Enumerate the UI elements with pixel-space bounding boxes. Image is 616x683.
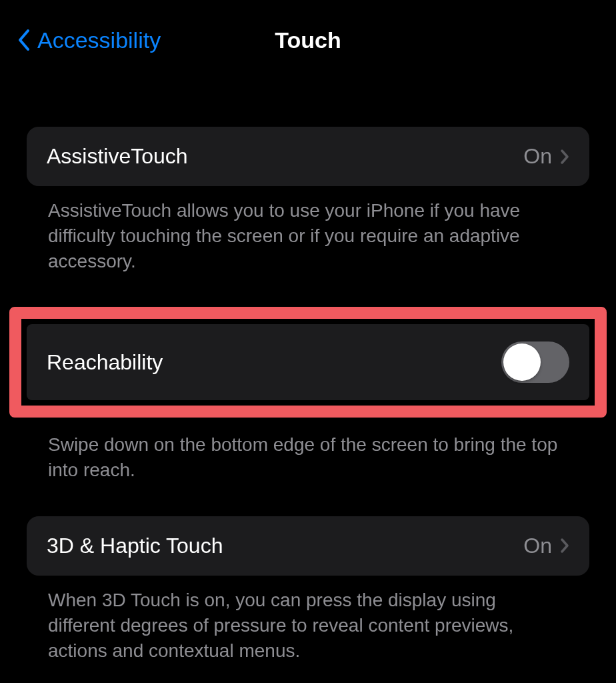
assistive-touch-row[interactable]: AssistiveTouch On [27, 127, 589, 186]
chevron-right-icon [560, 538, 569, 554]
haptic-touch-label: 3D & Haptic Touch [47, 534, 223, 558]
assistive-touch-group: AssistiveTouch On AssistiveTouch allows … [27, 127, 589, 273]
reachability-footer: Swipe down on the bottom edge of the scr… [27, 420, 589, 483]
assistive-touch-label: AssistiveTouch [47, 144, 188, 169]
chevron-right-icon [560, 149, 569, 165]
content-area: AssistiveTouch On AssistiveTouch allows … [0, 73, 616, 663]
highlight-annotation: Reachability [9, 307, 607, 418]
navigation-header: Accessibility Touch [0, 0, 616, 73]
haptic-touch-group: 3D & Haptic Touch On When 3D Touch is on… [27, 516, 589, 663]
row-right-detail: On [523, 144, 569, 169]
haptic-touch-row[interactable]: 3D & Haptic Touch On [27, 516, 589, 576]
reachability-row[interactable]: Reachability [27, 324, 589, 400]
reachability-toggle[interactable] [501, 342, 569, 383]
toggle-knob [503, 344, 541, 381]
assistive-touch-value: On [523, 144, 552, 169]
chevron-left-icon [16, 28, 31, 52]
haptic-touch-footer: When 3D Touch is on, you can press the d… [27, 576, 589, 663]
reachability-group: Reachability Swipe down on the bottom ed… [27, 307, 589, 483]
back-button[interactable]: Accessibility [16, 27, 161, 53]
haptic-touch-value: On [523, 534, 552, 558]
row-right-detail: On [523, 534, 569, 558]
assistive-touch-footer: AssistiveTouch allows you to use your iP… [27, 186, 589, 273]
reachability-label: Reachability [47, 350, 163, 375]
back-label: Accessibility [37, 27, 161, 53]
